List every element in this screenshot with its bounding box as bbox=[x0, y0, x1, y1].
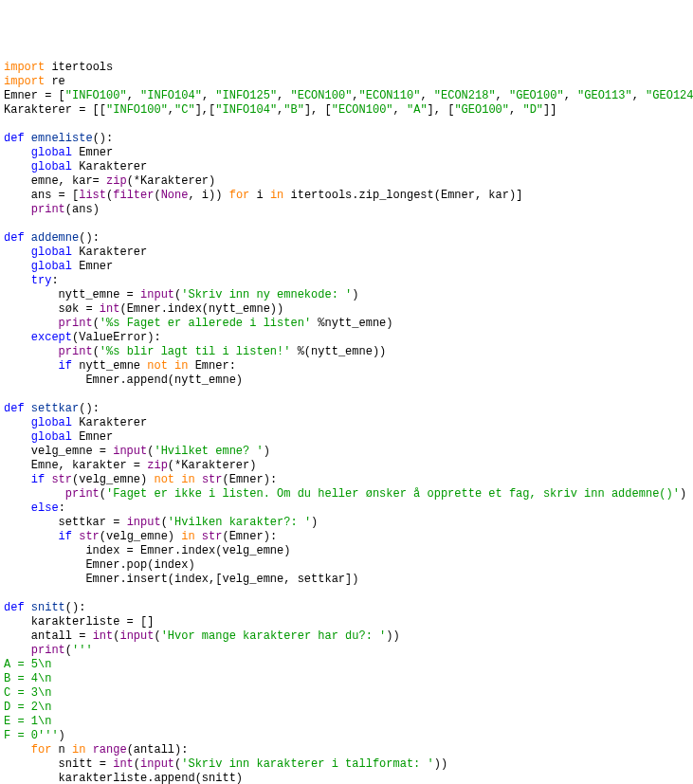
msg-text: %s blir lagt til i listen! bbox=[106, 345, 283, 358]
prompt-text: Skriv inn karakterer i tallformat: bbox=[188, 757, 427, 771]
msg-text: %s Faget er allerede i listen bbox=[106, 317, 304, 330]
prompt-text: Hvilken karakter?: bbox=[174, 516, 304, 529]
code-block: import itertools import re Emner = ["INF… bbox=[4, 61, 693, 784]
emne-literal: INFO125 bbox=[222, 89, 269, 102]
global-var: Emner bbox=[79, 260, 113, 273]
msg-text: Faget er ikke i listen. Om du heller øns… bbox=[113, 487, 673, 501]
kar-grade: D bbox=[530, 103, 537, 117]
func-name: settkar bbox=[31, 402, 79, 415]
kar-code: ECON100 bbox=[338, 103, 386, 117]
except-type: ValueError bbox=[79, 331, 147, 344]
kar-grade: C bbox=[181, 103, 188, 117]
global-var: Emner bbox=[79, 430, 113, 444]
func-name: snitt bbox=[31, 601, 65, 614]
prompt-text: Hvor mange karakterer har du?: bbox=[168, 629, 379, 643]
global-var: Karakterer bbox=[79, 246, 147, 259]
kar-code: INFO104 bbox=[222, 103, 269, 117]
emne-literal: GEO124 bbox=[652, 89, 693, 102]
prompt-text: Skriv inn ny emnekode: bbox=[188, 288, 345, 301]
emne-literal: GEO100 bbox=[516, 89, 556, 102]
global-var: Emner bbox=[79, 146, 113, 159]
func-name: addemne bbox=[31, 231, 79, 245]
kar-code: GEO100 bbox=[462, 103, 502, 117]
emne-literal: INFO100 bbox=[72, 89, 119, 102]
module-name: re bbox=[51, 75, 64, 88]
global-var: Karakterer bbox=[79, 416, 147, 429]
module-name: itertools bbox=[51, 61, 113, 74]
global-var: Karakterer bbox=[79, 160, 147, 173]
kar-code: INFO100 bbox=[113, 103, 160, 117]
emne-literal: INFO104 bbox=[147, 89, 194, 102]
prompt-text: Hvilket emne? bbox=[161, 445, 257, 458]
emne-literal: ECON218 bbox=[441, 89, 488, 102]
emne-literal: GEO113 bbox=[584, 89, 625, 102]
emne-literal: ECON100 bbox=[298, 89, 345, 102]
kar-grade: B bbox=[291, 103, 298, 117]
func-name: emneliste bbox=[31, 132, 93, 145]
emne-literal: ECON110 bbox=[366, 89, 413, 102]
kar-grade: A bbox=[413, 103, 420, 117]
